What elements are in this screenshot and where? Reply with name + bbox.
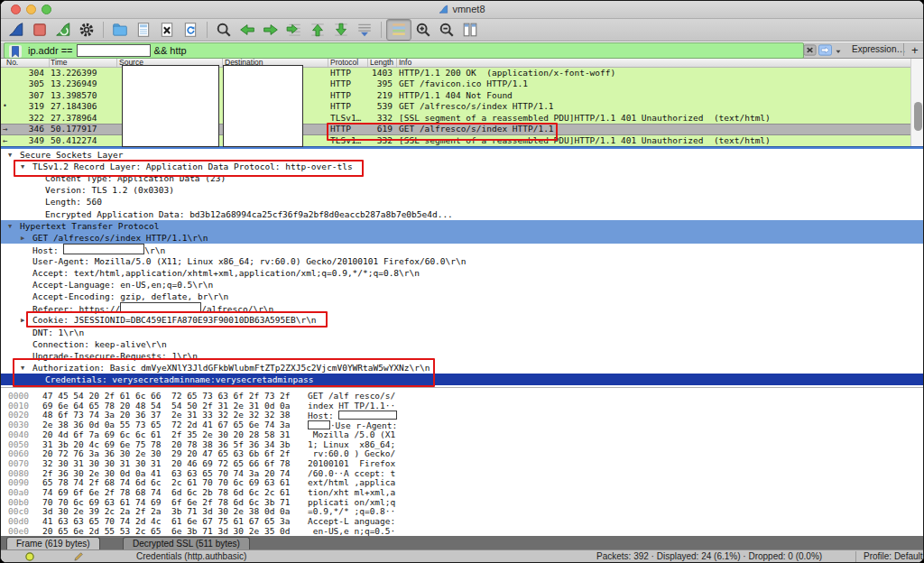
filter-apply-icon[interactable] [818, 43, 832, 56]
detail-text: Authorization: Basic dmVyeXNlY3JldGFkbWl… [32, 362, 430, 374]
packet-protocol: HTTP [330, 90, 351, 101]
column-header-no[interactable]: No. [6, 59, 18, 67]
detail-text: GET /alfresco/s/index HTTP/1.1\r\n [32, 232, 208, 244]
screenshot-stage: vmnet8 ip.addr == && http Expression… + … [0, 0, 924, 563]
hex-bytes[interactable]: 32 30 31 30 30 31 30 31 20 46 69 72 65 6… [42, 459, 291, 469]
zoom-out-button[interactable] [435, 20, 458, 40]
expert-info-icon[interactable] [24, 551, 35, 562]
find-packet-button[interactable] [212, 20, 236, 40]
redacted-value [120, 302, 201, 313]
filter-redacted-value [77, 44, 151, 57]
go-to-packet-button[interactable] [282, 20, 306, 40]
detail-row[interactable]: Upgrade-Insecure-Requests: 1\r\n [1, 350, 923, 362]
detail-row[interactable]: ▼Hypertext Transfer Protocol [1, 220, 923, 232]
profile-status[interactable]: Profile: Default [864, 551, 923, 561]
wireshark-fin-icon [439, 5, 448, 16]
arrow-right-icon [263, 22, 279, 38]
filter-clear-icon[interactable] [803, 43, 817, 56]
hex-row[interactable]: 004020 4d 6f 7a 69 6c 6c 61 2f 35 2e 30 … [1, 430, 924, 440]
hex-ascii: en-US,e n;q=0.5· [308, 527, 395, 537]
column-header-info[interactable]: Info [399, 59, 411, 67]
hex-row[interactable]: 00e020 65 6e 2d 55 53 2c 65 6e 3b 71 3d … [1, 527, 924, 537]
filter-bookmark-icon[interactable] [8, 44, 23, 57]
related-packet-arrow-icon: → [3, 124, 17, 134]
go-forward-button[interactable] [259, 20, 282, 40]
column-header-time[interactable]: Time [51, 59, 68, 67]
packet-length: 1403 [364, 68, 393, 78]
capture-options-button[interactable] [75, 20, 98, 40]
open-file-button[interactable] [108, 20, 132, 40]
colorize-icon [391, 22, 407, 38]
stop-capture-button[interactable] [28, 20, 51, 40]
detail-row[interactable]: Version: TLS 1.2 (0x0303) [1, 184, 923, 196]
tab-decrypted-ssl[interactable]: Decrypted SSL (511 bytes) [123, 537, 250, 549]
packet-length: 619 [364, 124, 393, 134]
restart-capture-button[interactable] [51, 20, 75, 40]
last-packet-button[interactable] [329, 20, 353, 40]
display-filter-input[interactable]: ip.addr == && http [4, 42, 804, 59]
detail-row[interactable]: User-Agent: Mozilla/5.0 (X11; Linux x86_… [1, 255, 923, 267]
redacted-value [308, 420, 330, 429]
detail-row[interactable]: Accept-Language: en-US,en;q=0.5\r\n [1, 279, 923, 291]
detail-row[interactable]: ▼Authorization: Basic dmVyeXNlY3JldGFkbW… [1, 362, 923, 374]
detail-row[interactable]: ▼Secure Sockets Layer [1, 149, 923, 161]
capture-comment-icon[interactable] [73, 551, 84, 562]
hex-offset: 00e0 [8, 527, 29, 537]
reload-file-button[interactable] [179, 20, 202, 40]
resize-columns-button[interactable] [458, 20, 482, 40]
title-bar: vmnet8 [1, 1, 923, 19]
zoom-in-button[interactable] [411, 20, 435, 40]
expression-button[interactable]: Expression… [852, 44, 905, 54]
add-filter-button[interactable]: + [911, 43, 919, 57]
colorize-button[interactable] [386, 19, 411, 41]
save-file-button[interactable] [132, 20, 155, 40]
column-header-protocol[interactable]: Protocol [330, 59, 358, 67]
column-separator[interactable] [396, 59, 397, 67]
packet-details-pane: ▼Secure Sockets Layer▼TLSv1.2 Record Lay… [1, 149, 923, 387]
first-packet-button[interactable] [306, 20, 329, 40]
scrollbar-thumb[interactable] [914, 102, 922, 131]
zoom-out-icon [439, 22, 455, 38]
detail-row[interactable]: ▶Cookie: JSESSIONID=DBC459E1FA870E93F900… [1, 314, 923, 326]
detail-row[interactable]: Encrypted Application Data: bd3b12a68994… [1, 208, 923, 220]
packet-length: 332 [364, 135, 393, 146]
detail-row[interactable]: DNT: 1\r\n [1, 327, 923, 338]
packet-no: 319 [14, 101, 44, 112]
detail-row[interactable]: Host: \r\n [1, 244, 923, 255]
column-header-length[interactable]: Length [370, 59, 393, 67]
packet-protocol: HTTP [330, 78, 351, 89]
detail-row[interactable]: Referer: https:///alfresco/\r\n [1, 302, 923, 314]
detail-row[interactable]: ▶GET /alfresco/s/index HTTP/1.1\r\n [1, 232, 923, 244]
detail-row[interactable]: Credentials: verysecretadminname:verysec… [1, 374, 923, 385]
go-back-button[interactable] [236, 20, 259, 40]
detail-text: TLSv1.2 Record Layer: Application Data P… [32, 161, 353, 172]
detail-row[interactable]: Accept: text/html,application/xhtml+xml,… [1, 267, 923, 279]
detail-row[interactable]: Content Type: Application Data (23) [1, 172, 923, 184]
start-capture-button[interactable] [5, 20, 28, 40]
hex-bytes[interactable]: 20 4d 6f 7a 69 6c 6c 61 2f 35 2e 30 20 2… [42, 430, 291, 440]
doc-reload-icon [182, 22, 199, 38]
tab-frame[interactable]: Frame (619 bytes) [6, 537, 100, 549]
column-separator[interactable] [49, 59, 50, 67]
column-separator[interactable] [116, 59, 117, 67]
filter-history-caret-icon[interactable] [834, 43, 843, 56]
toolbar-separator [381, 22, 382, 38]
fin-blue-icon [8, 22, 24, 38]
packet-time: 50.412274 [51, 135, 97, 146]
column-separator[interactable] [328, 59, 328, 67]
redaction-box [122, 65, 219, 147]
packet-time: 27.184306 [51, 101, 97, 112]
detail-row[interactable]: Accept-Encoding: gzip, deflate, br\r\n [1, 291, 923, 302]
hex-bytes[interactable]: 20 65 6e 2d 55 53 2c 65 6e 3b 71 3d 30 2… [42, 527, 291, 537]
arrow-up-icon [310, 22, 326, 38]
hex-row[interactable]: 007032 30 31 30 30 31 30 31 20 46 69 72 … [1, 459, 924, 469]
folder-icon [112, 22, 128, 38]
detail-row[interactable]: ▼TLSv1.2 Record Layer: Application Data … [1, 161, 923, 172]
detail-text: Accept-Language: en-US,en;q=0.5\r\n [32, 279, 213, 291]
packet-list-scrollbar[interactable] [910, 59, 924, 146]
detail-row[interactable]: Connection: keep-alive\r\n [1, 338, 923, 350]
close-file-button[interactable] [155, 20, 179, 40]
column-separator[interactable] [367, 59, 368, 67]
auto-scroll-button[interactable] [353, 20, 376, 40]
detail-row[interactable]: Length: 560 [1, 196, 923, 208]
